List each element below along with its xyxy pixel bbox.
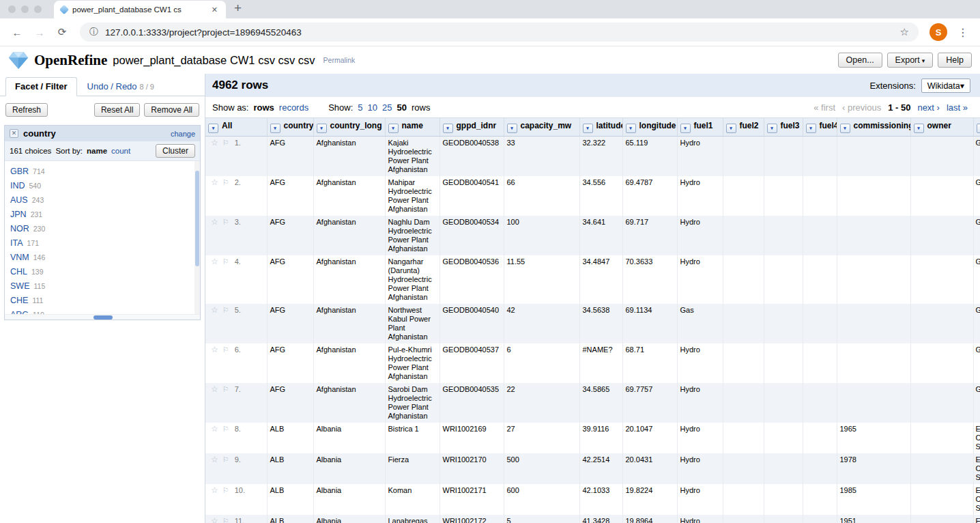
help-button[interactable]: Help [938,53,972,68]
flag-icon[interactable]: ⚐ [222,425,229,433]
column-dropdown-icon[interactable]: ▾ [767,124,777,133]
flag-icon[interactable]: ⚐ [222,486,229,494]
star-icon[interactable]: ☆ [211,345,218,354]
star-icon[interactable]: ☆ [211,305,218,315]
facet-choice: CHL139 [10,264,189,279]
column-dropdown-icon[interactable]: ▾ [626,124,636,133]
facet-choice-label[interactable]: IND [10,181,25,190]
flag-icon[interactable]: ⚐ [222,139,229,147]
reload-icon[interactable]: ⟳ [53,26,71,38]
facet-choice-label[interactable]: VNM [10,253,29,262]
column-dropdown-icon[interactable]: ▾ [977,124,980,133]
forward-icon[interactable]: → [31,27,48,38]
column-dropdown-icon[interactable]: ▾ [317,124,327,133]
view-controls: Show as: rows records Show: 5102550 rows… [205,97,980,117]
facet-choice-label[interactable]: CHL [10,267,27,277]
pagination-last[interactable]: last » [947,102,968,113]
window-close-button[interactable] [8,5,16,13]
show-as-rows[interactable]: rows [253,102,274,113]
facet-horizontal-scrollbar[interactable] [5,314,200,320]
tab-close-icon[interactable]: ✕ [210,5,219,14]
column-dropdown-icon[interactable]: ▾ [270,124,280,133]
star-icon[interactable]: ☆ [211,485,218,495]
facet-choice-label[interactable]: CHE [10,296,28,305]
page-size-option[interactable]: 50 [397,102,407,113]
new-tab-button[interactable]: + [234,1,242,18]
window-zoom-button[interactable] [34,5,42,13]
facet-sort-by-count[interactable]: count [111,147,130,155]
facet-change-link[interactable]: change [171,130,195,138]
flag-icon[interactable]: ⚐ [222,306,229,314]
show-as-records[interactable]: records [279,102,308,113]
flag-icon[interactable]: ⚐ [222,257,229,266]
cell-name: Pul-e-Khumri Hydroelectric Power Plant A… [385,343,439,383]
star-icon[interactable]: ☆ [211,516,218,523]
cell-fuel4 [803,453,837,484]
star-icon[interactable]: ☆ [211,217,218,227]
avatar[interactable]: S [929,23,947,41]
overflow-menu-icon[interactable]: ⋮ [954,26,972,39]
facet-remove-icon[interactable]: ✕ [10,129,18,138]
back-icon[interactable]: ← [8,27,26,38]
flag-icon[interactable]: ⚐ [222,345,229,354]
cell-fuel4 [803,137,837,177]
flag-icon[interactable]: ⚐ [222,178,229,186]
facet-choice-label[interactable]: GBR [10,167,29,176]
vertical-scrollbar-thumb[interactable] [195,171,199,266]
info-icon[interactable]: ⓘ [89,26,98,38]
column-dropdown-icon[interactable]: ▾ [806,124,816,133]
star-icon[interactable]: ☆ [211,455,218,464]
star-icon[interactable]: ☆ [211,384,218,394]
column-dropdown-icon[interactable]: ▾ [208,124,218,133]
facet-choice-label[interactable]: NOR [10,224,29,234]
table-row: ☆⚐10.ALBAlbaniaKomanWRI100217160042.1033… [205,484,980,515]
cluster-button[interactable]: Cluster [156,144,195,158]
flag-icon[interactable]: ⚐ [222,218,229,226]
facet-choice-label[interactable]: JPN [10,210,27,219]
open-button[interactable]: Open... [838,53,882,68]
column-dropdown-icon[interactable]: ▾ [726,124,736,133]
column-dropdown-icon[interactable]: ▾ [914,124,924,133]
facet-choice-label[interactable]: SWE [10,281,29,291]
cell-commissioning: 1978 [837,453,910,484]
column-header-commissioning: ▾commissioning_ [837,118,910,137]
url-field[interactable]: ⓘ 127.0.0.1:3333/project?project=1896945… [80,23,919,42]
flag-icon[interactable]: ⚐ [222,455,229,464]
page-size-option[interactable]: 10 [368,102,377,113]
horizontal-scrollbar-thumb[interactable] [93,315,113,320]
export-button[interactable]: Export▾ [887,53,934,68]
facet-choice-label[interactable]: AUS [10,195,28,205]
cell-clipped-column: G [973,176,980,216]
tab-undo-redo[interactable]: Undo / Redo8 / 9 [78,78,163,96]
flag-icon[interactable]: ⚐ [222,517,229,523]
column-dropdown-icon[interactable]: ▾ [388,124,399,133]
star-icon[interactable]: ☆ [211,424,218,434]
column-dropdown-icon[interactable]: ▾ [583,124,593,133]
openrefine-logo-icon[interactable] [8,51,29,70]
permalink-link[interactable]: Permalink [323,56,356,64]
refresh-button[interactable]: Refresh [5,103,48,117]
star-icon[interactable]: ☆ [211,138,218,147]
column-dropdown-icon[interactable]: ▾ [443,124,453,133]
bookmark-star-icon[interactable]: ☆ [900,26,909,38]
browser-tab[interactable]: power_plant_database CW1 cs ✕ [54,1,226,18]
facet-choice-label[interactable]: ITA [10,238,23,248]
remove-all-button[interactable]: Remove All [144,103,199,117]
pagination-next[interactable]: next › [917,102,940,113]
page-size-option[interactable]: 5 [358,102,362,113]
tab-facet-filter[interactable]: Facet / Filter [5,77,77,96]
window-minimize-button[interactable] [21,5,29,13]
flag-icon[interactable]: ⚐ [222,385,229,393]
extensions-button[interactable]: Wikidata▾ [921,79,970,93]
facet-sort-by-name[interactable]: name [87,147,107,155]
column-dropdown-icon[interactable]: ▾ [680,124,691,133]
column-dropdown-icon[interactable]: ▾ [507,124,517,133]
star-icon[interactable]: ☆ [211,257,218,266]
column-dropdown-icon[interactable]: ▾ [840,124,850,133]
page-size-option[interactable]: 25 [382,102,392,113]
row-index: 1. [235,139,241,147]
star-icon[interactable]: ☆ [211,178,218,187]
facet-vertical-scrollbar[interactable] [194,161,200,314]
cell-fuel1: Hydro [677,383,723,423]
reset-all-button[interactable]: Reset All [94,103,140,117]
